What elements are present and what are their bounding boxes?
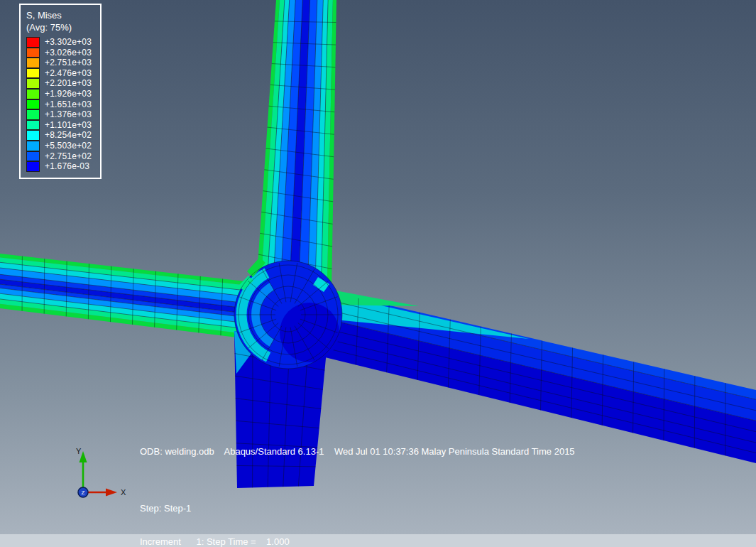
legend-color-swatch	[26, 161, 40, 172]
legend-color-swatch	[26, 99, 40, 110]
legend-entry: +1.926e+03	[26, 89, 92, 99]
legend-color-swatch	[26, 120, 40, 131]
legend-value: +2.751e+02	[40, 151, 92, 162]
legend-entry: +3.302e+03	[26, 37, 92, 48]
legend-value: +2.476e+03	[40, 68, 92, 79]
legend-title: S, Mises	[26, 9, 92, 21]
increment-line: Increment 1: Step Time = 1.000	[140, 536, 375, 547]
step-line: Step: Step-1	[140, 503, 375, 514]
state-block: Step: Step-1 Increment 1: Step Time = 1.…	[140, 481, 375, 547]
legend-value: +5.503e+02	[40, 141, 92, 151]
y-axis-label: Y	[76, 447, 82, 455]
legend-color-swatch	[26, 68, 40, 79]
contour-legend: S, Mises (Avg: 75%) +3.302e+03 +3.026e+0…	[19, 4, 102, 179]
legend-entry: +3.026e+03	[26, 48, 92, 58]
legend-entry: +8.254e+02	[26, 130, 92, 141]
legend-entry: +1.376e+03	[26, 109, 92, 120]
legend-value: +8.254e+02	[40, 130, 92, 141]
legend-entry: +2.201e+03	[26, 78, 92, 89]
legend-value: +3.302e+03	[40, 37, 92, 48]
stress-contour-mesh	[0, 0, 756, 488]
legend-entry: +2.751e+03	[26, 58, 92, 68]
legend-color-swatch	[26, 37, 40, 48]
legend-value: +1.676e-03	[40, 161, 89, 172]
legend-value: +2.751e+03	[40, 58, 92, 68]
legend-color-swatch	[26, 89, 40, 99]
legend-value: +1.101e+03	[40, 120, 92, 131]
legend-entry: +2.751e+02	[26, 151, 92, 162]
legend-color-swatch	[26, 109, 40, 120]
legend-color-swatch	[26, 58, 40, 68]
orientation-triad: Y Z X	[66, 444, 137, 509]
legend-entry: +1.101e+03	[26, 120, 92, 131]
legend-entry: +5.503e+02	[26, 141, 92, 151]
legend-color-swatch	[26, 48, 40, 58]
viewport-bottom-strip	[0, 534, 756, 547]
legend-value: +2.201e+03	[40, 78, 92, 89]
x-axis-arrowhead	[106, 489, 117, 497]
legend-color-swatch	[26, 78, 40, 89]
legend-entry: +1.676e-03	[26, 161, 92, 172]
legend-subtitle: (Avg: 75%)	[26, 21, 92, 33]
legend-value: +3.026e+03	[40, 48, 92, 58]
z-axis-label: Z	[82, 489, 85, 496]
legend-color-swatch	[26, 141, 40, 151]
legend-entry: +2.476e+03	[26, 68, 92, 79]
odb-title-line: ODB: welding.odb Abaqus/Standard 6.13-1 …	[140, 446, 575, 457]
legend-color-swatch	[26, 151, 40, 162]
legend-entry: +1.651e+03	[26, 99, 92, 110]
legend-value: +1.926e+03	[40, 89, 92, 99]
legend-value: +1.376e+03	[40, 109, 92, 120]
x-axis-label: X	[121, 488, 126, 497]
legend-value: +1.651e+03	[40, 99, 92, 110]
legend-color-swatch	[26, 130, 40, 141]
